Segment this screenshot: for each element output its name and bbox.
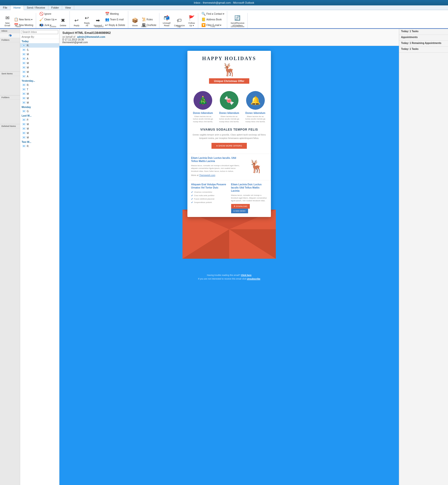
delete-icon: ✖ [60,17,67,24]
feature-link-anchor[interactable]: Themewish.com [199,174,215,176]
checklist-text-1: Vivamus consectetur [194,191,212,193]
folder-icon-p: 📧 [22,118,26,121]
folder-item-t[interactable]: 📧T [20,87,59,92]
folder-item-a2[interactable]: 📧A [20,74,59,79]
to-text: themewish@gmail.com [62,41,88,44]
folder-item-m10[interactable]: 📧M [20,131,59,135]
address-book-button[interactable]: 📒 Address Book [200,17,225,22]
ribbon-group-move: 📦 Move 📜 Rules 📓 OneNote Move [129,13,159,28]
feature-link: More at Themewish.com [191,174,243,176]
product-circle-3: 🔔 [246,91,265,110]
folder-item-m9[interactable]: 📧M [20,126,59,131]
team-email-label: Team E-mail [110,18,124,21]
meeting-label: Meeting [110,13,119,15]
unsubscribe-link[interactable]: Unsubscribe [247,278,260,280]
team-email-icon: 👥 [105,17,109,21]
email-footer: Having trouble reading this email? Click… [198,273,260,281]
email-body: HAPPY HOLIDAYS 🦌 Unique Christmas Offer … [59,46,399,485]
folder-item-r3[interactable]: 📧R. [20,144,59,148]
search-input[interactable] [21,30,58,34]
move-group-label: Move [129,25,159,28]
find-contact-button[interactable]: 🔍 Find a Contact ▾ [200,11,225,16]
folder-icon: 📧 [22,44,26,47]
find-contact-label: Find a Contact ▾ [206,13,224,15]
sender-email: admin@themewish.com [77,36,105,38]
folder-item-m8[interactable]: 📧M [20,122,59,126]
product-title-2: Donec bibendum [218,112,240,114]
tab-send-receive[interactable]: Send / Receive [24,5,48,10]
ignore-icon: 🚫 [39,12,43,16]
rules-button[interactable]: 📜 Rules [140,17,158,22]
folder-item-m11[interactable]: 📧M [20,135,59,140]
tab-folder[interactable]: Folder [48,5,62,10]
reply-all-icon: ↩ [84,14,90,21]
demo-button[interactable]: ● SEE DEMO [231,209,248,213]
email-header: Subject HTML Email1384698962 on behalf o… [59,29,399,46]
click-here-link[interactable]: Click here [241,274,252,276]
folder-icon-m9: 📧 [22,127,26,130]
folders-label-1: Folders [0,38,20,42]
inbox-icon: 📬 [9,34,12,37]
folder-item-a[interactable]: 📧A [20,56,59,61]
feature-body: Massa lacus, consalis vel monqe a tincid… [191,164,243,173]
move-icon: 📦 [132,17,139,24]
product-circle-2: 🍬 [220,91,238,110]
forward-icon: ➡ [94,17,101,24]
tab-file[interactable]: File [0,5,11,10]
meeting-button[interactable]: 📅 Meeting [104,11,126,16]
tab-home[interactable]: Home [11,5,24,10]
product-desc-2: Etiam lacinia dui ac luctus aculis menda… [218,115,240,123]
ignore-button[interactable]: 🚫 Ignore [38,11,57,16]
folder-icon-m10: 📧 [22,131,26,135]
folder-item-m2[interactable]: 📧M [20,61,59,65]
team-email-button[interactable]: 👥 Team E-mail [104,17,126,22]
show-more-button[interactable]: ● SHOW MORE OFFERS [211,143,247,149]
folder-item-m6[interactable]: 📧M [20,96,59,100]
address-book-label: Address Book [206,18,222,21]
folder-icon-m8: 📧 [22,122,26,126]
folder-item-m3[interactable]: 📧M [20,65,59,70]
folder-item-g[interactable]: 📧G [20,109,59,113]
col2-title: Etiam Lacinia Duic Luctus Iaculis Utid T… [231,183,267,192]
products-row: 🎄 Donec bibendum Etiam lacinia dui ac lu… [187,87,271,124]
folder-item-m5[interactable]: 📧M [20,92,59,96]
product-1: 🎄 Donec bibendum Etiam lacinia dui ac lu… [192,91,214,123]
check-icon-3: ✔ [191,198,193,200]
ribbon-tabs: File Home Send / Receive Folder View [0,5,448,10]
folder-item-p[interactable]: 📧P. [20,118,59,122]
new-items-icon: 📋 [14,17,18,21]
folder-icon-m11: 📧 [22,136,26,139]
tags-group-label: Tags [160,25,198,28]
checklist-text-2: Cras nulla ante porttitor [194,194,214,197]
download-button[interactable]: ⬇ DOWNLOAD [231,204,250,209]
product-title-3: Donec bibendum [244,112,266,114]
new-items-label: New Items ▾ [19,18,32,21]
remaining-label: Today: 1 Remaining Appointments [401,42,446,44]
sidebar-item-inbox[interactable]: 📬 [0,33,20,38]
ribbon-group-send-receive: 🔄 Send/ReceiveAll Folders Send/Receive [228,13,248,28]
monday-group: Monday [20,105,59,109]
appointments-label: Appointments [401,36,446,39]
col1-title: Aliquam Erat Volutpa Posuere Urnatos Vel… [191,183,227,189]
folder-item-s[interactable]: 📧S. [20,48,59,52]
check-icon-2: ✔ [191,194,193,197]
bottom-col-1: Aliquam Erat Volutpa Posuere Urnatos Vel… [191,183,227,214]
right-panel: Today: 1 Tasks Appointments Today: 1 Rem… [399,29,448,485]
two-weeks-group: Two W... [20,140,59,144]
folder-item-r2[interactable]: 📧R. [20,83,59,87]
folder-item-m7[interactable]: 📧M [20,100,59,105]
title-text: Inbox - themewish@gmail.com - Microsoft … [194,1,254,4]
feature-title: Etiam Lacinia Duic Luctus Iaculis. Utid … [191,156,243,163]
folder-icon-a2: 📧 [22,75,26,78]
folder-item-r[interactable]: 📧R. [20,43,59,48]
folder-item-m4[interactable]: 📧M [20,70,59,74]
clean-up-button[interactable]: 🧹 Clean Up ▾ [38,17,57,22]
new-items-button[interactable]: 📋 New Items ▾ [13,17,34,22]
folder-item-m1[interactable]: 📧M [20,52,59,56]
product-3: 🔔 Donec bibendum Etiam lacinia dui ac lu… [244,91,266,123]
ignore-label: Ignore [44,13,51,15]
tab-view[interactable]: View [62,5,74,10]
inbox-label: Inbox [0,29,20,33]
product-desc-1: Etiam lacinia dui ac luctus aculis menda… [192,115,214,123]
unread-icon: 📬 [163,14,170,21]
